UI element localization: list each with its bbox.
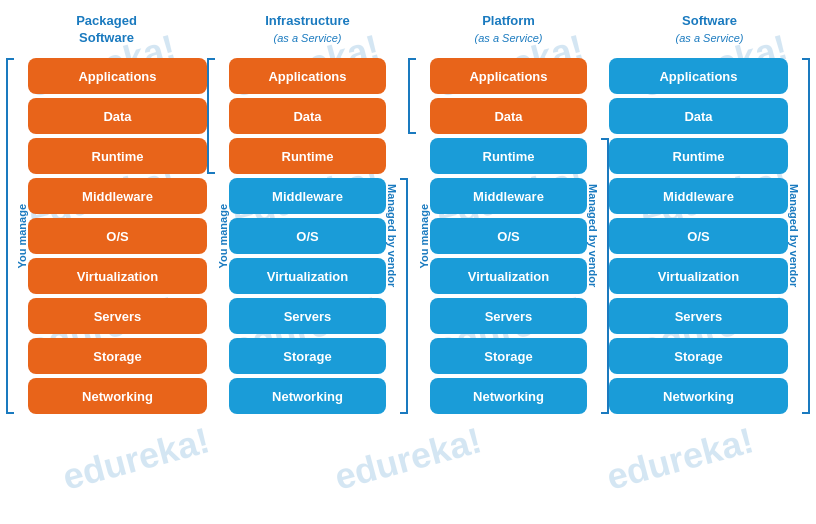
- cards-packaged: ApplicationsDataRuntimeMiddlewareO/SVirt…: [28, 58, 207, 414]
- col-header-packaged: PackagedSoftware: [76, 8, 137, 52]
- right-label-iaas: Managed by vendor: [386, 184, 398, 287]
- cards-saas: ApplicationsDataRuntimeMiddlewareO/SVirt…: [609, 58, 788, 414]
- card-paas-0: Applications: [430, 58, 587, 94]
- main-layout: PackagedSoftwareYou manageApplicationsDa…: [0, 0, 816, 422]
- card-packaged-2: Runtime: [28, 138, 207, 174]
- card-iaas-5: Virtualization: [229, 258, 386, 294]
- card-packaged-3: Middleware: [28, 178, 207, 214]
- card-paas-1: Data: [430, 98, 587, 134]
- card-paas-5: Virtualization: [430, 258, 587, 294]
- column-packaged: PackagedSoftwareYou manageApplicationsDa…: [6, 8, 207, 414]
- card-iaas-8: Networking: [229, 378, 386, 414]
- card-iaas-2: Runtime: [229, 138, 386, 174]
- left-label-iaas: You manage: [217, 204, 229, 269]
- cards-paas: ApplicationsDataRuntimeMiddlewareO/SVirt…: [430, 58, 587, 414]
- card-paas-8: Networking: [430, 378, 587, 414]
- card-paas-6: Servers: [430, 298, 587, 334]
- card-packaged-4: O/S: [28, 218, 207, 254]
- card-paas-7: Storage: [430, 338, 587, 374]
- card-saas-1: Data: [609, 98, 788, 134]
- card-iaas-7: Storage: [229, 338, 386, 374]
- card-paas-2: Runtime: [430, 138, 587, 174]
- card-saas-8: Networking: [609, 378, 788, 414]
- card-packaged-6: Servers: [28, 298, 207, 334]
- card-saas-0: Applications: [609, 58, 788, 94]
- card-packaged-5: Virtualization: [28, 258, 207, 294]
- card-packaged-8: Networking: [28, 378, 207, 414]
- left-label-paas: You manage: [418, 204, 430, 269]
- cards-iaas: ApplicationsDataRuntimeMiddlewareO/SVirt…: [229, 58, 386, 414]
- card-iaas-1: Data: [229, 98, 386, 134]
- col-header-iaas: Infrastructure(as a Service): [265, 8, 350, 52]
- col-header-paas: Platform(as a Service): [475, 8, 543, 52]
- right-label-paas: Managed by vendor: [587, 184, 599, 287]
- right-label-saas: Managed by vendor: [788, 184, 800, 287]
- card-saas-3: Middleware: [609, 178, 788, 214]
- card-iaas-4: O/S: [229, 218, 386, 254]
- card-packaged-1: Data: [28, 98, 207, 134]
- column-paas: Platform(as a Service)You manageApplicat…: [408, 8, 609, 414]
- card-iaas-3: Middleware: [229, 178, 386, 214]
- card-saas-2: Runtime: [609, 138, 788, 174]
- card-paas-4: O/S: [430, 218, 587, 254]
- card-saas-4: O/S: [609, 218, 788, 254]
- card-paas-3: Middleware: [430, 178, 587, 214]
- column-saas: Software(as a Service)ApplicationsDataRu…: [609, 8, 810, 414]
- card-saas-5: Virtualization: [609, 258, 788, 294]
- col-header-saas: Software(as a Service): [676, 8, 744, 52]
- column-iaas: Infrastructure(as a Service)You manageAp…: [207, 8, 408, 414]
- card-packaged-7: Storage: [28, 338, 207, 374]
- card-packaged-0: Applications: [28, 58, 207, 94]
- left-label-packaged: You manage: [16, 204, 28, 269]
- card-saas-6: Servers: [609, 298, 788, 334]
- card-saas-7: Storage: [609, 338, 788, 374]
- card-iaas-0: Applications: [229, 58, 386, 94]
- card-iaas-6: Servers: [229, 298, 386, 334]
